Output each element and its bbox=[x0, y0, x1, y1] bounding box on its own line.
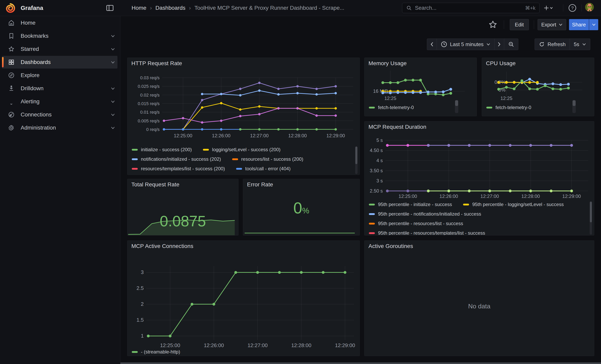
horizontal-scrollbar[interactable] bbox=[120, 362, 601, 364]
sidebar-item-administration[interactable]: Administration bbox=[2, 121, 118, 134]
legend-item[interactable]: logging/setLevel - success (200) bbox=[203, 147, 280, 152]
favorite-star-icon[interactable] bbox=[488, 20, 498, 30]
panel-error-rate: Error Rate 0% bbox=[243, 179, 360, 236]
time-range-picker[interactable]: Last 5 minutes bbox=[437, 39, 494, 50]
legend-item[interactable]: 95th percentile - initialize - success bbox=[369, 202, 452, 207]
help-icon[interactable]: ? bbox=[568, 4, 577, 12]
panel-title[interactable]: Total Request Rate bbox=[131, 181, 180, 188]
refresh-button[interactable]: Refresh bbox=[535, 39, 570, 50]
header-divider bbox=[563, 4, 563, 11]
legend-item[interactable]: notifications/initialized - success (202… bbox=[132, 156, 221, 162]
chevron-left-icon bbox=[430, 42, 433, 47]
share-button[interactable]: Share bbox=[569, 19, 589, 30]
panel-title[interactable]: Active Goroutines bbox=[369, 243, 413, 249]
plug-icon bbox=[8, 111, 15, 118]
breadcrumb-dashboards[interactable]: Dashboards bbox=[155, 5, 185, 11]
svg-text:2: 2 bbox=[141, 301, 144, 307]
legend-item[interactable]: initialize - success (200) bbox=[132, 147, 192, 152]
time-shift-back-button[interactable] bbox=[427, 39, 437, 50]
legend-color-dash bbox=[132, 158, 138, 160]
legend-label: 95th percentile - resources/templates/li… bbox=[378, 230, 485, 235]
legend-color-dash bbox=[369, 204, 375, 206]
panel-cpu-usage: CPU Usage 0.2%0%12:25 fetch-telemetry-0 bbox=[482, 58, 594, 116]
legend-item[interactable]: 95th percentile - resources/templates/li… bbox=[369, 230, 485, 235]
stat-value: 0.0875 bbox=[127, 212, 238, 230]
sidebar-item-connections[interactable]: Connections bbox=[2, 108, 118, 121]
cpu-usage-chart[interactable]: 0.2%0%12:25 bbox=[482, 58, 594, 104]
chevron-right-icon bbox=[498, 42, 501, 47]
sidebar-item-starred[interactable]: Starred bbox=[2, 43, 118, 55]
legend-color-dash bbox=[369, 223, 375, 225]
svg-text:12:28:00: 12:28:00 bbox=[288, 133, 307, 138]
refresh-interval-dropdown[interactable]: 5s bbox=[570, 39, 590, 50]
chevron-down-icon bbox=[582, 43, 586, 46]
sidebar-item-dashboards[interactable]: Dashboards bbox=[2, 56, 118, 69]
memory-usage-chart[interactable]: 16 MiB12:25 bbox=[364, 58, 477, 104]
brand: Grafana bbox=[5, 3, 43, 13]
sidebar-toggle-icon[interactable] bbox=[106, 4, 114, 11]
breadcrumb-home[interactable]: Home bbox=[131, 5, 147, 11]
legend-label: 95th percentile - logging/setLevel - suc… bbox=[472, 202, 564, 207]
sidebar-item-drilldown[interactable]: Drilldown bbox=[2, 82, 118, 95]
share-dropdown-button[interactable] bbox=[589, 19, 598, 30]
legend-scrollbar[interactable] bbox=[590, 201, 592, 235]
svg-text:12:26:00: 12:26:00 bbox=[440, 194, 458, 199]
legend-item[interactable]: resources/list - success (200) bbox=[232, 156, 303, 162]
svg-text:12:29:00: 12:29:00 bbox=[326, 133, 345, 138]
add-button[interactable] bbox=[544, 4, 553, 12]
chevron-down-icon bbox=[111, 35, 115, 38]
bell-icon bbox=[8, 98, 15, 105]
legend-item[interactable]: resources/templates/list - success (200) bbox=[132, 166, 225, 171]
dashboards-icon bbox=[8, 59, 15, 66]
chart-legend: fetch-telemetry-0 bbox=[369, 105, 452, 113]
sidebar-item-bookmarks[interactable]: Bookmarks bbox=[2, 30, 118, 42]
legend-item[interactable]: fetch-telemetry-0 bbox=[369, 105, 414, 110]
search-icon bbox=[406, 5, 412, 11]
svg-text:12:29:00: 12:29:00 bbox=[335, 342, 355, 348]
export-button[interactable]: Export bbox=[538, 19, 566, 30]
refresh-icon bbox=[539, 41, 545, 47]
legend-scrollbar[interactable] bbox=[355, 146, 358, 174]
search-input[interactable]: Search... ⌘+k bbox=[402, 3, 540, 13]
sidebar-item-alerting[interactable]: Alerting bbox=[2, 95, 118, 108]
legend-scrollbar[interactable] bbox=[572, 100, 576, 113]
active-indicator bbox=[2, 31, 4, 41]
legend-item[interactable]: 95th percentile - resources/list - succe… bbox=[369, 221, 463, 226]
active-indicator bbox=[2, 123, 4, 133]
svg-text:12:25:00: 12:25:00 bbox=[174, 133, 192, 138]
sidebar-item-label: Connections bbox=[21, 111, 105, 118]
chevron-down-icon bbox=[111, 87, 115, 90]
star-icon bbox=[8, 46, 15, 52]
legend-item[interactable]: 95th percentile - logging/setLevel - suc… bbox=[463, 202, 564, 207]
avatar[interactable] bbox=[585, 3, 594, 11]
home-icon bbox=[8, 20, 15, 26]
legend-item[interactable]: tools/call - error (404) bbox=[236, 166, 290, 171]
svg-text:12:25: 12:25 bbox=[384, 96, 396, 101]
active-indicator bbox=[2, 109, 4, 120]
legend-item[interactable]: fetch-telemetry-0 bbox=[486, 105, 531, 110]
mcp-request-duration-chart[interactable]: 5 s4.50 s4 s3.50 s3 s2.50 s12:25:0012:26… bbox=[364, 121, 594, 201]
active-indicator bbox=[2, 57, 4, 67]
chevron-down-icon bbox=[111, 100, 115, 103]
legend-item[interactable]: 95th percentile - notifications/initiali… bbox=[369, 211, 481, 217]
svg-text:0.01 req/s: 0.01 req/s bbox=[140, 110, 160, 115]
mcp-active-connections-chart[interactable]: 32.521.5112:25:0012:26:0012:27:0012:28:0… bbox=[127, 241, 360, 349]
zoom-out-button[interactable] bbox=[504, 39, 518, 50]
legend-color-dash bbox=[236, 168, 242, 170]
svg-text:12:26:00: 12:26:00 bbox=[204, 342, 224, 348]
sidebar-item-label: Explore bbox=[21, 72, 118, 79]
no-data-message: No data bbox=[364, 303, 594, 310]
time-shift-forward-button[interactable] bbox=[494, 39, 504, 50]
search-placeholder: Search... bbox=[415, 5, 522, 11]
grafana-logo bbox=[5, 3, 16, 13]
sidebar-item-explore[interactable]: Explore bbox=[2, 69, 118, 82]
svg-text:12:27:00: 12:27:00 bbox=[250, 133, 269, 138]
active-indicator bbox=[2, 83, 4, 94]
sidebar-item-home[interactable]: Home bbox=[2, 17, 118, 29]
panel-title[interactable]: Error Rate bbox=[247, 181, 273, 188]
edit-button[interactable]: Edit bbox=[510, 19, 529, 30]
http-request-rate-chart[interactable]: 0 req/s0.005 req/s0.01 req/s0.015 req/s0… bbox=[127, 58, 360, 146]
legend-item[interactable]: - (streamable-http) bbox=[132, 349, 180, 355]
legend-scrollbar[interactable] bbox=[455, 100, 458, 113]
panel-mcp-active-connections: MCP Active Connections 32.521.5112:25:00… bbox=[127, 240, 360, 356]
